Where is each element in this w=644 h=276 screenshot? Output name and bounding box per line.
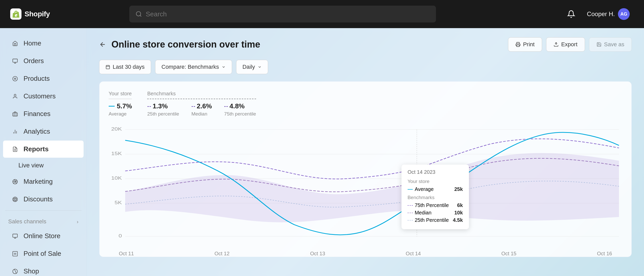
page-title: Online store conversion over time [111,39,260,50]
sidebar-item-point-of-sale-label: Point of Sale [24,250,61,258]
chart-card: Your store 5.7% Average Benchmarks [99,81,632,257]
sidebar-item-live-view-label: Live view [18,162,44,169]
sidebar-item-point-of-sale[interactable]: Point of Sale [3,245,84,262]
sidebar-item-products[interactable]: Products [3,70,84,87]
notifications-button[interactable] [565,7,578,21]
back-arrow-icon [99,41,106,48]
filter-bar: Last 30 days Compare: Benchmarks Daily [99,60,632,74]
stat-item-p75: - - 4.8% 75th percentile [224,102,256,117]
print-button[interactable]: Print [508,37,542,52]
export-button[interactable]: Export [546,37,585,52]
stat-item-p25: - - 1.3% 25th percentile [147,102,179,117]
home-icon [11,40,19,47]
svg-rect-5 [13,113,17,116]
calendar-icon [106,65,110,69]
sidebar-item-reports[interactable]: Reports [3,141,84,158]
x-axis-labels: Oct 11 Oct 12 Oct 13 Oct 14 Oct 15 Oct 1… [109,251,622,257]
print-label: Print [523,41,535,48]
svg-rect-22 [13,251,17,256]
x-label-oct12: Oct 12 [214,251,229,257]
svg-point-23 [13,269,17,273]
svg-rect-24 [517,45,519,47]
logo-area: Shopify [10,8,61,20]
x-label-oct14: Oct 14 [406,251,421,257]
benchmarks-stat-group: Benchmarks - - 1.3% 25th percentile - - [147,91,256,117]
user-avatar: AG [618,8,630,20]
svg-point-3 [14,78,16,79]
compare-label: Compare: Benchmarks [162,64,219,70]
tooltip-p75-label: 75th Percentile [415,202,449,208]
user-menu-button[interactable]: Cooper H. AG [583,6,634,22]
back-button[interactable] [99,41,106,48]
shopify-logo-icon [10,8,21,20]
p25-line-indicator: - - [147,103,151,109]
chevron-down-icon [222,65,226,69]
sidebar-item-reports-label: Reports [24,145,49,153]
interval-filter[interactable]: Daily [236,60,268,74]
tooltip-p25-label: 25th Percentile [415,217,449,223]
chart-svg: 20K 15K 10K 5K 0 [109,125,622,248]
x-label-oct11: Oct 11 [119,251,134,257]
svg-point-0 [136,12,141,16]
sidebar-item-customers[interactable]: Customers [3,88,84,105]
analytics-icon [11,128,19,135]
bell-icon [567,10,575,18]
sidebar-item-discounts[interactable]: Discounts [3,191,84,208]
stats-row: Your store 5.7% Average Benchmarks [109,91,622,117]
x-label-oct15: Oct 15 [501,251,516,257]
tooltip-p75-value: 6k [457,202,463,208]
interval-label: Daily [243,64,255,70]
x-label-oct13: Oct 13 [310,251,325,257]
sales-channels-expand-icon: › [77,219,78,225]
median-label: Median [191,111,212,117]
average-line-indicator [109,106,115,107]
svg-text:5K: 5K [114,200,122,205]
tooltip-average-row: Average 25k [408,186,463,192]
save-as-button[interactable]: Save as [589,37,632,52]
main-content: Online store conversion over time Print … [87,28,644,276]
median-line-indicator: - - [191,103,195,109]
date-range-filter[interactable]: Last 30 days [99,60,151,74]
sidebar-item-analytics-label: Analytics [24,128,50,135]
save-icon [596,42,602,47]
chart-tooltip: Oct 14 2023 Your store Average 25k Bench… [401,165,469,229]
tooltip-median-value: 10k [454,210,463,216]
tooltip-p25-value: 4.5k [453,217,463,223]
compare-filter[interactable]: Compare: Benchmarks [155,60,232,74]
tooltip-median-line [408,213,413,213]
sidebar-item-home[interactable]: Home [3,35,84,52]
stat-item-median: - - 2.6% Median [191,102,212,117]
svg-rect-26 [106,65,110,69]
your-store-label: Your store [109,91,132,99]
sales-channels-section[interactable]: Sales channels › [0,213,87,227]
sidebar-item-orders[interactable]: Orders [3,52,84,70]
svg-text:15K: 15K [111,151,122,156]
page-header: Online store conversion over time Print … [99,37,632,52]
finances-icon [11,110,19,118]
sidebar-item-live-view[interactable]: Live view [0,158,87,172]
tooltip-p25-line [408,220,413,221]
svg-rect-1 [13,59,17,62]
svg-point-2 [13,76,17,81]
search-bar[interactable] [129,6,436,22]
tooltip-p75-row: 75th Percentile 6k [408,202,463,208]
p75-line-indicator: - - [224,103,227,109]
sidebar-item-products-label: Products [24,75,50,83]
search-input[interactable] [146,10,430,18]
interval-chevron-icon [258,65,262,69]
sidebar-item-finances[interactable]: Finances [3,105,84,122]
marketing-icon [11,178,19,186]
sidebar-item-marketing[interactable]: Marketing [3,173,84,190]
sidebar-item-analytics[interactable]: Analytics [3,123,84,140]
sales-channels-label: Sales channels [8,218,46,225]
export-label: Export [561,41,578,48]
sidebar-item-marketing-label: Marketing [24,178,53,186]
tooltip-benchmarks-title: Benchmarks [408,195,463,200]
p25-value: 1.3% [153,102,168,110]
pos-icon [11,250,19,258]
main-layout: Home Orders Products Customers Finances [0,28,644,276]
online-store-icon [11,232,19,240]
header-actions: Print Export Save as [508,37,632,52]
sidebar-item-online-store[interactable]: Online Store [3,227,84,245]
sidebar-item-shop[interactable]: Shop [3,263,84,276]
